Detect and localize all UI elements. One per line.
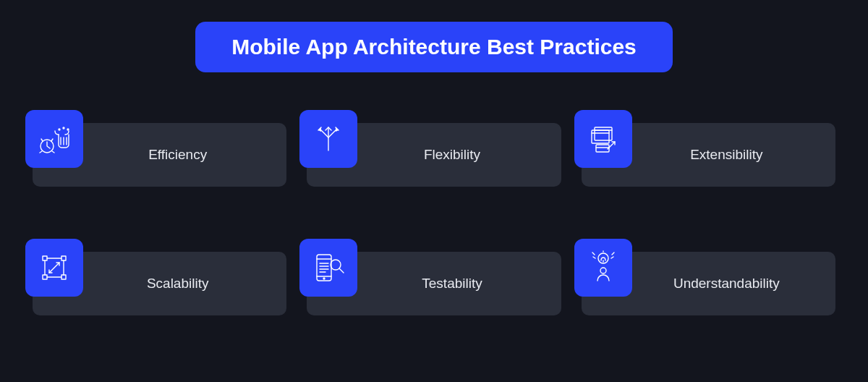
efficiency-icon: [25, 110, 83, 168]
flexibility-icon: [299, 110, 357, 168]
understandability-icon: [574, 239, 632, 297]
card-label: Testability: [422, 276, 482, 292]
svg-rect-10: [61, 275, 66, 279]
card-label: Extensibility: [690, 147, 762, 163]
svg-rect-7: [43, 256, 47, 260]
svg-rect-6: [596, 145, 609, 152]
svg-point-12: [323, 278, 325, 279]
svg-point-1: [63, 127, 64, 129]
card-label: Flexibility: [424, 147, 480, 163]
card-label: Scalability: [147, 276, 209, 292]
svg-point-3: [67, 129, 69, 130]
card-testability: Testability: [307, 252, 561, 315]
svg-point-2: [59, 129, 60, 130]
card-efficiency: Efficiency: [33, 123, 286, 187]
card-scalability: Scalability: [33, 252, 286, 315]
card-understandability: Understandability: [582, 252, 835, 315]
card-flexibility: Flexibility: [307, 123, 561, 187]
cards-grid: Efficiency Flexibility: [29, 123, 839, 315]
extensibility-icon: [574, 110, 632, 168]
svg-point-14: [600, 268, 606, 273]
page-title: Mobile App Architecture Best Practices: [195, 22, 673, 72]
card-label: Understandability: [673, 276, 780, 292]
card-extensibility: Extensibility: [582, 123, 835, 187]
svg-rect-9: [43, 275, 47, 279]
testability-icon: [299, 239, 357, 297]
card-label: Efficiency: [148, 147, 207, 163]
svg-rect-8: [61, 256, 66, 260]
scalability-icon: [25, 239, 83, 297]
